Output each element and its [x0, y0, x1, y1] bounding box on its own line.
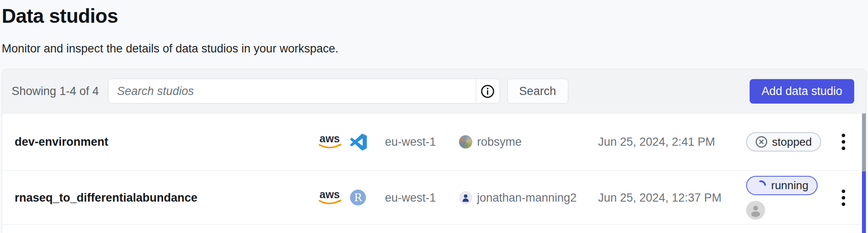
table-row-dev-environment[interactable]: dev-environment aws eu-west-1 robsyme Ju…	[2, 113, 866, 171]
table-row-partial	[2, 225, 866, 233]
user-avatar	[459, 191, 472, 204]
status-badge-label: stopped	[772, 135, 812, 149]
stopped-circle-x-icon	[755, 136, 768, 148]
date-label: Jun 25, 2024, 12:37 PM	[598, 191, 722, 204]
gray-placeholder-avatar	[746, 201, 765, 220]
rstudio-icon: R	[350, 190, 366, 205]
svg-text:aws: aws	[319, 132, 340, 144]
search-button[interactable]: Search	[507, 79, 568, 104]
user-cell: jonathan-manning2	[459, 191, 577, 204]
status-badge: running	[746, 176, 818, 195]
toolbar: Showing 1-4 of 4 Search Add data studio	[2, 69, 866, 113]
kebab-menu-icon	[842, 134, 845, 150]
status-cell: stopped	[746, 132, 821, 152]
platform-icons: aws	[317, 132, 367, 152]
showing-count-label: Showing 1-4 of 4	[12, 85, 99, 98]
add-data-studio-button[interactable]: Add data studio	[750, 79, 854, 104]
status-badge-label: running	[771, 179, 809, 192]
vscode-icon	[350, 134, 367, 150]
row-menu-button[interactable]	[839, 131, 848, 153]
user-avatar	[459, 135, 472, 149]
user-name: jonathan-manning2	[477, 191, 577, 204]
status-stack: running	[746, 176, 818, 220]
search-input-group	[108, 79, 500, 104]
page-subtitle: Monitor and inspect the details of data …	[2, 42, 338, 55]
aws-logo-icon: aws	[317, 132, 345, 152]
studio-name[interactable]: rnaseq_to_differentialabundance	[15, 191, 198, 204]
user-name: robsyme	[477, 135, 522, 149]
search-info-addon[interactable]	[476, 79, 500, 104]
region-label: eu-west-1	[385, 191, 436, 204]
info-circle-icon	[480, 84, 495, 98]
row-menu-button[interactable]	[839, 187, 848, 208]
aws-logo-icon: aws	[317, 188, 345, 208]
date-label: Jun 25, 2024, 2:41 PM	[598, 135, 715, 149]
page-title: Data studios	[2, 4, 118, 28]
scrollbar-segment[interactable]	[862, 172, 866, 233]
status-cell: running	[746, 176, 818, 220]
status-badge: stopped	[746, 132, 821, 152]
spinner-icon	[755, 180, 767, 191]
svg-text:aws: aws	[319, 188, 340, 200]
table-row-rnaseq-to-differentialabundance[interactable]: rnaseq_to_differentialabundance aws R eu…	[2, 171, 866, 225]
scrollbar-thumb[interactable]	[862, 113, 866, 172]
user-cell: robsyme	[459, 135, 522, 149]
kebab-menu-icon	[842, 190, 845, 206]
region-label: eu-west-1	[385, 135, 436, 149]
search-input[interactable]	[108, 79, 476, 104]
studio-name[interactable]: dev-environment	[15, 135, 108, 149]
data-studios-panel: Showing 1-4 of 4 Search Add data studio …	[2, 69, 866, 233]
platform-icons: aws R	[317, 188, 366, 208]
